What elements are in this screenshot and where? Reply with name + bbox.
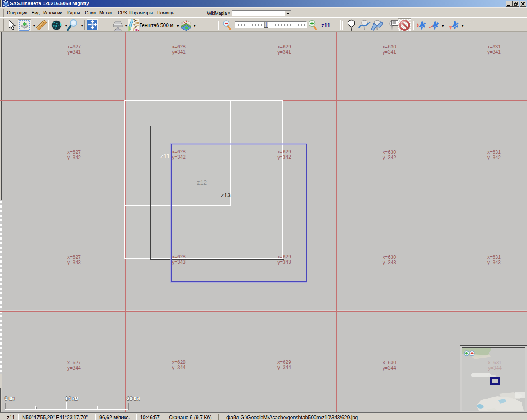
- svg-text:05: 05: [135, 28, 139, 32]
